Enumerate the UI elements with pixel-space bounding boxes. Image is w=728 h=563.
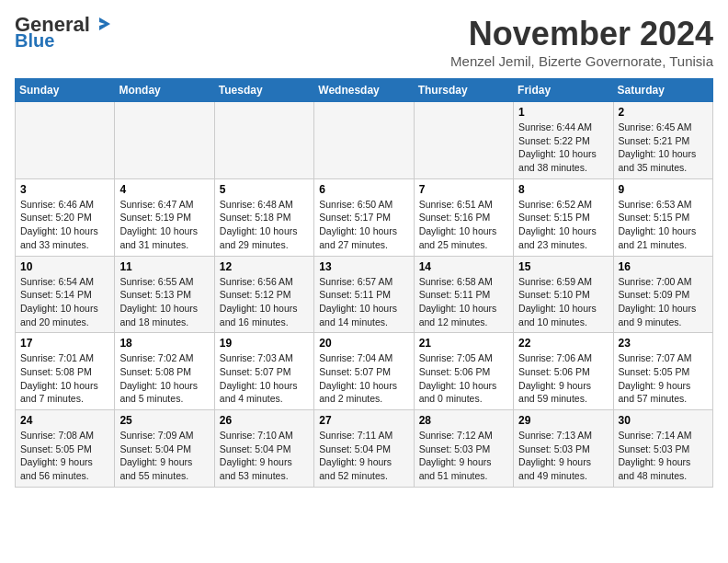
calendar-day-cell: 26Sunrise: 7:10 AMSunset: 5:04 PMDayligh… <box>214 410 313 488</box>
logo-icon <box>92 14 112 34</box>
calendar-day-cell <box>115 102 214 179</box>
day-info: Sunrise: 7:04 AMSunset: 5:07 PMDaylight:… <box>319 351 408 406</box>
calendar-day-cell: 29Sunrise: 7:13 AMSunset: 5:03 PMDayligh… <box>514 410 613 488</box>
weekday-header: Friday <box>514 79 613 102</box>
weekday-header: Tuesday <box>214 79 313 102</box>
calendar-day-cell: 10Sunrise: 6:54 AMSunset: 5:14 PMDayligh… <box>16 256 115 333</box>
day-info: Sunrise: 6:54 AMSunset: 5:14 PMDaylight:… <box>20 275 109 329</box>
day-number: 29 <box>518 414 608 427</box>
day-info: Sunrise: 6:59 AMSunset: 5:10 PMDaylight:… <box>518 275 608 329</box>
calendar-day-cell: 15Sunrise: 6:59 AMSunset: 5:10 PMDayligh… <box>514 256 613 333</box>
location-subtitle: Menzel Jemil, Bizerte Governorate, Tunis… <box>450 53 713 69</box>
calendar-day-cell: 5Sunrise: 6:48 AMSunset: 5:18 PMDaylight… <box>214 178 313 256</box>
calendar-week-row: 3Sunrise: 6:46 AMSunset: 5:20 PMDaylight… <box>16 178 713 256</box>
calendar-day-cell: 24Sunrise: 7:08 AMSunset: 5:05 PMDayligh… <box>16 410 115 488</box>
day-number: 11 <box>119 260 209 273</box>
day-number: 3 <box>20 183 109 196</box>
day-number: 14 <box>419 260 508 273</box>
day-number: 20 <box>319 337 408 350</box>
day-number: 27 <box>319 414 408 427</box>
day-number: 10 <box>20 260 109 273</box>
day-info: Sunrise: 7:07 AMSunset: 5:05 PMDaylight:… <box>619 351 708 406</box>
month-title: November 2024 <box>450 15 713 53</box>
weekday-header: Wednesday <box>314 79 414 102</box>
day-number: 7 <box>419 183 508 196</box>
day-info: Sunrise: 7:12 AMSunset: 5:03 PMDaylight:… <box>419 429 508 483</box>
day-number: 30 <box>619 414 708 427</box>
day-info: Sunrise: 6:48 AMSunset: 5:18 PMDaylight:… <box>220 198 309 252</box>
calendar-day-cell <box>414 102 513 179</box>
calendar-day-cell: 25Sunrise: 7:09 AMSunset: 5:04 PMDayligh… <box>115 410 214 488</box>
weekday-header: Saturday <box>613 79 712 102</box>
calendar-day-cell: 28Sunrise: 7:12 AMSunset: 5:03 PMDayligh… <box>414 410 513 488</box>
title-section: November 2024 Menzel Jemil, Bizerte Gove… <box>450 15 713 69</box>
day-info: Sunrise: 6:44 AMSunset: 5:22 PMDaylight:… <box>518 121 608 175</box>
calendar-day-cell: 18Sunrise: 7:02 AMSunset: 5:08 PMDayligh… <box>115 333 214 410</box>
day-number: 4 <box>119 183 209 196</box>
day-number: 16 <box>619 260 708 273</box>
day-number: 8 <box>518 183 608 196</box>
day-number: 2 <box>619 106 708 119</box>
calendar-day-cell <box>16 102 115 179</box>
day-info: Sunrise: 6:51 AMSunset: 5:16 PMDaylight:… <box>419 198 508 252</box>
svg-marker-0 <box>99 17 110 30</box>
calendar-day-cell <box>214 102 313 179</box>
logo-blue-text: Blue <box>15 31 54 50</box>
day-info: Sunrise: 7:10 AMSunset: 5:04 PMDaylight:… <box>220 429 309 483</box>
day-info: Sunrise: 7:11 AMSunset: 5:04 PMDaylight:… <box>319 429 408 483</box>
calendar-day-cell <box>314 102 414 179</box>
calendar-day-cell: 20Sunrise: 7:04 AMSunset: 5:07 PMDayligh… <box>314 333 414 410</box>
calendar-week-row: 10Sunrise: 6:54 AMSunset: 5:14 PMDayligh… <box>16 256 713 333</box>
page-header: General Blue November 2024 Menzel Jemil,… <box>15 15 713 69</box>
day-info: Sunrise: 6:47 AMSunset: 5:19 PMDaylight:… <box>119 198 209 252</box>
calendar-day-cell: 6Sunrise: 6:50 AMSunset: 5:17 PMDaylight… <box>314 178 414 256</box>
day-number: 5 <box>220 183 309 196</box>
day-number: 23 <box>619 337 708 350</box>
calendar-day-cell: 27Sunrise: 7:11 AMSunset: 5:04 PMDayligh… <box>314 410 414 488</box>
day-info: Sunrise: 7:00 AMSunset: 5:09 PMDaylight:… <box>619 275 708 329</box>
day-info: Sunrise: 7:03 AMSunset: 5:07 PMDaylight:… <box>220 351 309 406</box>
day-number: 25 <box>119 414 209 427</box>
day-info: Sunrise: 7:13 AMSunset: 5:03 PMDaylight:… <box>518 429 608 483</box>
day-info: Sunrise: 6:46 AMSunset: 5:20 PMDaylight:… <box>20 198 109 252</box>
calendar-day-cell: 16Sunrise: 7:00 AMSunset: 5:09 PMDayligh… <box>613 256 712 333</box>
day-info: Sunrise: 6:50 AMSunset: 5:17 PMDaylight:… <box>319 198 408 252</box>
calendar-table: SundayMondayTuesdayWednesdayThursdayFrid… <box>15 78 713 488</box>
day-info: Sunrise: 6:56 AMSunset: 5:12 PMDaylight:… <box>220 275 309 329</box>
calendar-day-cell: 8Sunrise: 6:52 AMSunset: 5:15 PMDaylight… <box>514 178 613 256</box>
day-number: 19 <box>220 337 309 350</box>
day-number: 9 <box>619 183 708 196</box>
calendar-day-cell: 21Sunrise: 7:05 AMSunset: 5:06 PMDayligh… <box>414 333 513 410</box>
day-info: Sunrise: 7:01 AMSunset: 5:08 PMDaylight:… <box>20 351 109 406</box>
day-info: Sunrise: 6:52 AMSunset: 5:15 PMDaylight:… <box>518 198 608 252</box>
calendar-week-row: 24Sunrise: 7:08 AMSunset: 5:05 PMDayligh… <box>16 410 713 488</box>
day-number: 17 <box>20 337 109 350</box>
calendar-day-cell: 13Sunrise: 6:57 AMSunset: 5:11 PMDayligh… <box>314 256 414 333</box>
day-info: Sunrise: 7:09 AMSunset: 5:04 PMDaylight:… <box>119 429 209 483</box>
day-number: 1 <box>518 106 608 119</box>
calendar-day-cell: 14Sunrise: 6:58 AMSunset: 5:11 PMDayligh… <box>414 256 513 333</box>
logo: General Blue <box>15 15 112 50</box>
day-info: Sunrise: 6:53 AMSunset: 5:15 PMDaylight:… <box>619 198 708 252</box>
day-number: 28 <box>419 414 508 427</box>
calendar-day-cell: 7Sunrise: 6:51 AMSunset: 5:16 PMDaylight… <box>414 178 513 256</box>
weekday-header: Thursday <box>414 79 513 102</box>
day-info: Sunrise: 6:45 AMSunset: 5:21 PMDaylight:… <box>619 121 708 175</box>
day-number: 6 <box>319 183 408 196</box>
weekday-header: Monday <box>115 79 214 102</box>
calendar-day-cell: 22Sunrise: 7:06 AMSunset: 5:06 PMDayligh… <box>514 333 613 410</box>
weekday-header: Sunday <box>16 79 115 102</box>
day-number: 21 <box>419 337 508 350</box>
day-number: 13 <box>319 260 408 273</box>
day-info: Sunrise: 7:02 AMSunset: 5:08 PMDaylight:… <box>119 351 209 406</box>
calendar-day-cell: 2Sunrise: 6:45 AMSunset: 5:21 PMDaylight… <box>613 102 712 179</box>
calendar-day-cell: 3Sunrise: 6:46 AMSunset: 5:20 PMDaylight… <box>16 178 115 256</box>
calendar-day-cell: 17Sunrise: 7:01 AMSunset: 5:08 PMDayligh… <box>16 333 115 410</box>
day-info: Sunrise: 7:08 AMSunset: 5:05 PMDaylight:… <box>20 429 109 483</box>
calendar-header-row: SundayMondayTuesdayWednesdayThursdayFrid… <box>16 79 713 102</box>
day-number: 24 <box>20 414 109 427</box>
day-number: 12 <box>220 260 309 273</box>
day-number: 18 <box>119 337 209 350</box>
day-number: 15 <box>518 260 608 273</box>
calendar-day-cell: 11Sunrise: 6:55 AMSunset: 5:13 PMDayligh… <box>115 256 214 333</box>
